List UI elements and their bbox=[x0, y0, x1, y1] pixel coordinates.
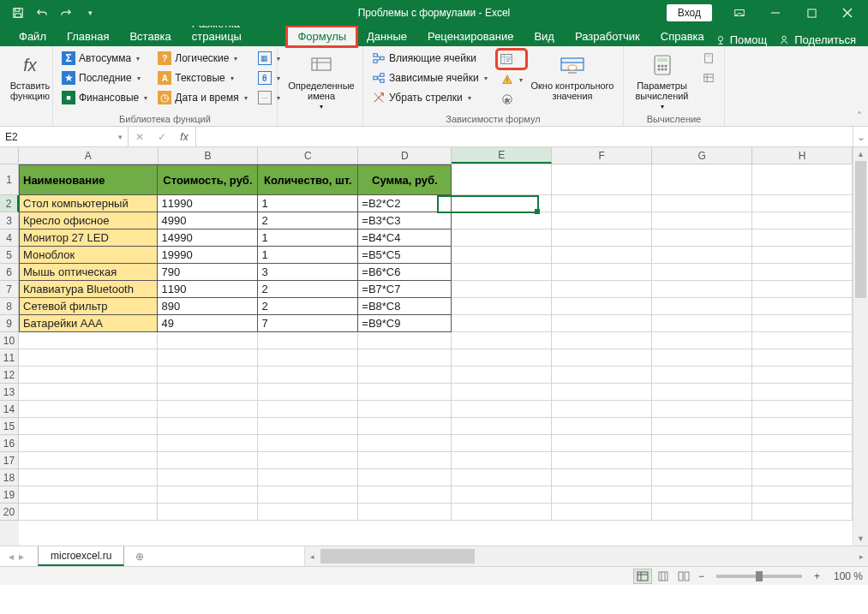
row-header[interactable]: 12 bbox=[0, 367, 19, 384]
cell[interactable]: 1190 bbox=[158, 281, 258, 298]
cell[interactable] bbox=[552, 298, 652, 315]
cell[interactable] bbox=[452, 452, 552, 469]
row-header[interactable]: 1 bbox=[0, 164, 19, 195]
cell[interactable] bbox=[19, 401, 158, 418]
tab-review[interactable]: Рецензирование bbox=[417, 27, 524, 46]
cell[interactable]: 890 bbox=[158, 298, 258, 315]
cell[interactable]: Батарейки AAA bbox=[19, 315, 158, 332]
name-box[interactable]: E2 bbox=[0, 127, 129, 146]
cell[interactable] bbox=[452, 418, 552, 435]
cell[interactable] bbox=[258, 435, 358, 452]
undo-icon[interactable] bbox=[31, 2, 53, 24]
cell[interactable]: Стол компьютерный bbox=[19, 195, 158, 212]
calc-sheet-button[interactable] bbox=[698, 69, 719, 86]
cell[interactable] bbox=[452, 281, 552, 298]
cell[interactable] bbox=[452, 247, 552, 264]
cell[interactable] bbox=[552, 332, 652, 349]
zoom-in-button[interactable]: + bbox=[811, 570, 823, 582]
cell[interactable] bbox=[552, 384, 652, 401]
row-header[interactable]: 19 bbox=[0, 486, 19, 504]
cell[interactable] bbox=[552, 164, 652, 195]
cell[interactable] bbox=[452, 504, 552, 521]
cell[interactable] bbox=[552, 315, 652, 332]
cell[interactable] bbox=[652, 281, 752, 298]
col-header[interactable]: B bbox=[159, 147, 259, 164]
zoom-level[interactable]: 100 % bbox=[825, 570, 863, 582]
cell[interactable] bbox=[752, 212, 853, 230]
select-all-corner[interactable] bbox=[0, 147, 19, 164]
calc-now-button[interactable] bbox=[698, 50, 719, 67]
cell[interactable] bbox=[652, 504, 752, 521]
cell[interactable] bbox=[652, 486, 752, 504]
remove-arrows-button[interactable]: Убрать стрелки bbox=[368, 89, 494, 106]
cell[interactable] bbox=[552, 230, 652, 247]
row-header[interactable]: 9 bbox=[0, 315, 19, 332]
cell[interactable] bbox=[652, 452, 752, 469]
cell[interactable] bbox=[752, 384, 853, 401]
cell[interactable] bbox=[552, 504, 652, 521]
cell[interactable] bbox=[652, 195, 752, 212]
tab-formulas[interactable]: Формулы bbox=[287, 27, 356, 46]
cell[interactable] bbox=[652, 367, 752, 384]
cell[interactable]: Количество, шт. bbox=[258, 164, 358, 195]
cell[interactable] bbox=[19, 452, 158, 469]
cell[interactable]: 1 bbox=[258, 230, 358, 247]
tab-developer[interactable]: Разработчик bbox=[565, 27, 650, 46]
cell[interactable] bbox=[258, 384, 358, 401]
cell[interactable]: =B6*C6 bbox=[358, 264, 452, 281]
cell[interactable] bbox=[158, 504, 258, 521]
login-button[interactable]: Вход bbox=[667, 4, 712, 21]
tab-home[interactable]: Главная bbox=[57, 27, 119, 46]
cell[interactable] bbox=[752, 281, 853, 298]
minimize-icon[interactable] bbox=[758, 0, 793, 26]
cell[interactable] bbox=[258, 401, 358, 418]
cell[interactable]: 3 bbox=[258, 264, 358, 281]
spreadsheet-grid[interactable]: ABCDEFGH 1234567891011121314151617181920… bbox=[0, 147, 868, 545]
cell[interactable]: =B4*C4 bbox=[358, 230, 452, 247]
cell[interactable] bbox=[452, 384, 552, 401]
view-normal-icon[interactable] bbox=[633, 569, 652, 584]
tab-file[interactable]: Файл bbox=[9, 27, 57, 46]
cell[interactable] bbox=[752, 435, 853, 452]
cell[interactable] bbox=[358, 349, 452, 367]
col-header[interactable]: D bbox=[358, 147, 452, 164]
cell[interactable] bbox=[258, 469, 358, 486]
cell[interactable] bbox=[752, 230, 853, 247]
cell[interactable]: Клавиатура Bluetooth bbox=[19, 281, 158, 298]
cell[interactable]: =B9*C9 bbox=[358, 315, 452, 332]
cell[interactable] bbox=[752, 264, 853, 281]
add-sheet-button[interactable]: ⊕ bbox=[129, 546, 150, 566]
tab-data[interactable]: Данные bbox=[356, 27, 417, 46]
cell[interactable] bbox=[358, 504, 452, 521]
cell[interactable] bbox=[452, 264, 552, 281]
cell[interactable]: Сумма, руб. bbox=[358, 164, 452, 195]
cell[interactable] bbox=[19, 332, 158, 349]
cell[interactable] bbox=[652, 401, 752, 418]
defined-names-button[interactable]: Определенные имена▾ bbox=[283, 50, 360, 110]
vertical-scrollbar[interactable]: ▲ ▼ bbox=[853, 147, 868, 545]
cell[interactable] bbox=[552, 418, 652, 435]
cell[interactable]: 2 bbox=[258, 281, 358, 298]
cell[interactable] bbox=[452, 195, 552, 212]
row-header[interactable]: 10 bbox=[0, 332, 19, 349]
row-header[interactable]: 17 bbox=[0, 452, 19, 469]
cell[interactable] bbox=[652, 315, 752, 332]
cell[interactable] bbox=[752, 504, 853, 521]
cell[interactable] bbox=[552, 401, 652, 418]
cell[interactable]: Стоимость, руб. bbox=[158, 164, 258, 195]
qat-more-icon[interactable]: ▾ bbox=[79, 2, 101, 24]
cell[interactable] bbox=[552, 247, 652, 264]
cell[interactable] bbox=[552, 195, 652, 212]
cell[interactable] bbox=[752, 315, 853, 332]
cell[interactable] bbox=[452, 435, 552, 452]
cell[interactable] bbox=[452, 486, 552, 504]
cell[interactable] bbox=[652, 469, 752, 486]
cell[interactable] bbox=[358, 332, 452, 349]
cell[interactable]: 1 bbox=[258, 195, 358, 212]
cell[interactable] bbox=[652, 332, 752, 349]
cell[interactable] bbox=[452, 212, 552, 230]
cell[interactable] bbox=[158, 367, 258, 384]
cell[interactable] bbox=[19, 367, 158, 384]
row-header[interactable]: 18 bbox=[0, 469, 19, 486]
cell[interactable] bbox=[358, 367, 452, 384]
